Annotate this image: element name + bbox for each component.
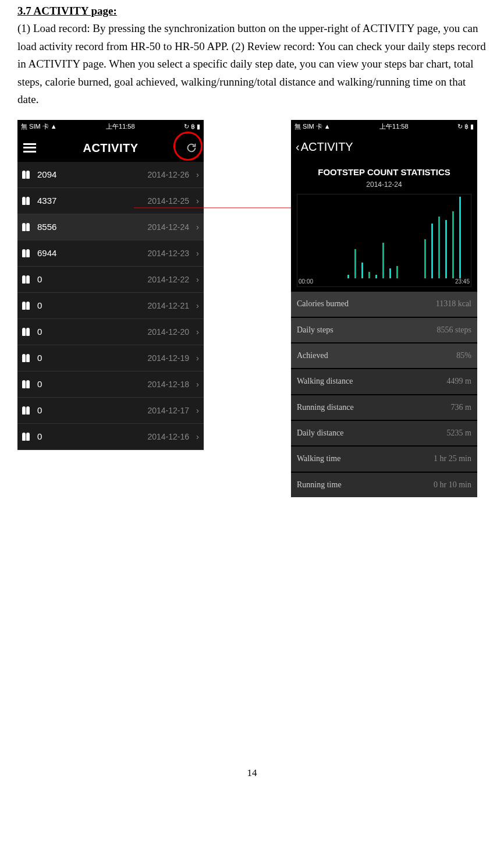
list-item[interactable]: 20942014-12-26› <box>17 162 204 188</box>
stat-value: 5235 m <box>447 427 471 440</box>
stat-row: Daily distance5235 m <box>291 420 477 445</box>
chart-bar <box>445 220 447 278</box>
date-value: 2014-12-20 <box>77 325 189 338</box>
footsteps-icon <box>22 406 33 415</box>
steps-value: 4337 <box>37 194 72 208</box>
date-value: 2014-12-25 <box>77 194 189 207</box>
steps-value: 0 <box>37 430 72 444</box>
footsteps-icon <box>22 354 33 362</box>
footsteps-icon <box>22 433 33 441</box>
wifi-icon: ▲ <box>51 122 57 132</box>
steps-value: 2094 <box>37 168 72 182</box>
chevron-right-icon: › <box>194 272 199 286</box>
chevron-right-icon: › <box>194 403 199 417</box>
stat-value: 85% <box>456 349 471 362</box>
chevron-right-icon: › <box>194 351 199 365</box>
lock-icon: ↻ <box>457 122 463 132</box>
bluetooth-icon: ฿ <box>191 122 195 132</box>
chart-area: FOOTSTEP COUNT STATISTICS 2014-12-24 <box>291 160 477 291</box>
chart-bar <box>382 243 384 279</box>
activity-list: 20942014-12-26›43372014-12-25›85562014-1… <box>17 162 204 450</box>
section-title: 3.7 ACTIVITY page: <box>17 2 487 20</box>
list-item[interactable]: 02014-12-16› <box>17 424 204 450</box>
wifi-icon: ▲ <box>324 122 331 132</box>
footsteps-icon <box>22 328 33 336</box>
chevron-right-icon: › <box>194 430 199 444</box>
status-time: 上午11:58 <box>106 122 135 132</box>
chart-bar <box>459 197 461 278</box>
list-item[interactable]: 02014-12-22› <box>17 267 204 293</box>
stat-row: Running distance736 m <box>291 394 477 420</box>
list-item[interactable]: 69442014-12-23› <box>17 240 204 267</box>
date-value: 2014-12-22 <box>77 273 189 286</box>
list-item[interactable]: 02014-12-19› <box>17 345 204 371</box>
body-paragraph: (1) Load record: By pressing the synchro… <box>17 20 487 108</box>
nav-bar: ‹ ACTIVITY <box>291 134 477 160</box>
date-value: 2014-12-16 <box>77 430 189 443</box>
stat-value: 1 hr 25 min <box>434 452 471 465</box>
back-button[interactable]: ‹ ACTIVITY <box>296 137 353 156</box>
chart-bar <box>452 211 454 278</box>
sync-button[interactable] <box>185 141 198 154</box>
stat-value: 736 m <box>451 401 471 414</box>
footsteps-icon <box>22 223 33 231</box>
stat-row: Running time0 hr 10 min <box>291 472 477 497</box>
footsteps-icon <box>22 380 33 388</box>
battery-icon: ▮ <box>470 122 474 132</box>
page-number: 14 <box>17 765 487 781</box>
stat-value: 8556 steps <box>437 324 472 337</box>
stat-row: Daily steps8556 steps <box>291 317 477 342</box>
list-item[interactable]: 02014-12-21› <box>17 293 204 319</box>
status-time: 上午11:58 <box>379 122 409 132</box>
stat-label: Running distance <box>297 401 354 414</box>
chart-title: FOOTSTEP COUNT STATISTICS <box>297 165 471 179</box>
stat-label: Walking distance <box>297 375 353 388</box>
stat-row: Walking time1 hr 25 min <box>291 445 477 471</box>
menu-icon[interactable] <box>23 143 36 153</box>
date-value: 2014-12-17 <box>77 404 189 417</box>
activity-list-screenshot: 無 SIM 卡 ▲ 上午11:58 ↻ ฿ ▮ ACTIVITY 2094201… <box>17 120 204 450</box>
nav-bar: ACTIVITY <box>17 134 204 162</box>
chevron-left-icon: ‹ <box>296 137 300 156</box>
chart-bar <box>389 268 391 278</box>
back-label: ACTIVITY <box>301 137 353 156</box>
stat-label: Calories burned <box>297 298 349 310</box>
date-value: 2014-12-21 <box>77 299 189 312</box>
chart-bar <box>368 272 370 279</box>
date-value: 2014-12-24 <box>77 221 189 233</box>
list-item[interactable]: 02014-12-20› <box>17 319 204 345</box>
chart-bar <box>361 263 363 278</box>
battery-icon: ▮ <box>197 122 200 132</box>
footsteps-icon <box>22 302 33 310</box>
chart-bar <box>438 217 440 278</box>
activity-detail-screenshot: 無 SIM 卡 ▲ 上午11:58 ↻ ฿ ▮ ‹ ACTIVITY FOOTS… <box>291 120 477 497</box>
stat-label: Achieved <box>297 349 328 362</box>
chevron-right-icon: › <box>194 194 199 208</box>
date-value: 2014-12-26 <box>77 168 189 181</box>
date-value: 2014-12-23 <box>77 247 189 260</box>
list-item[interactable]: 02014-12-17› <box>17 398 204 424</box>
footsteps-icon <box>22 171 33 179</box>
list-item[interactable]: 02014-12-18› <box>17 371 204 398</box>
chart-date: 2014-12-24 <box>297 179 471 190</box>
status-bar: 無 SIM 卡 ▲ 上午11:58 ↻ ฿ ▮ <box>17 120 204 134</box>
steps-value: 0 <box>37 403 72 417</box>
chart-bar <box>431 224 433 278</box>
stats-table: Calories burned11318 kcalDaily steps8556… <box>291 291 477 497</box>
bar-chart <box>297 194 471 287</box>
stat-value: 11318 kcal <box>436 298 471 310</box>
chart-bar <box>354 249 356 278</box>
list-item[interactable]: 85562014-12-24› <box>17 214 204 240</box>
steps-value: 0 <box>37 325 72 339</box>
footsteps-icon <box>22 197 33 205</box>
list-item[interactable]: 43372014-12-25› <box>17 188 204 214</box>
stat-value: 4499 m <box>447 375 471 388</box>
steps-value: 0 <box>37 272 72 286</box>
page-title: ACTIVITY <box>36 139 185 157</box>
stat-label: Daily distance <box>297 427 343 440</box>
stat-label: Running time <box>297 479 342 491</box>
steps-value: 0 <box>37 351 72 365</box>
chevron-right-icon: › <box>194 168 199 182</box>
chevron-right-icon: › <box>194 377 199 391</box>
stat-row: Achieved85% <box>291 342 477 368</box>
